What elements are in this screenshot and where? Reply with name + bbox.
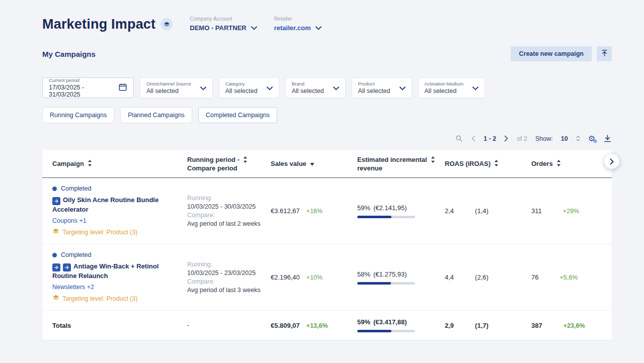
column-header-running-period[interactable]: Running period - Compare period: [187, 155, 271, 172]
status-badge: Completed: [61, 185, 91, 192]
campaign-status-tabs: Running Campaigns Planned Campaigns Comp…: [42, 107, 612, 123]
media-link[interactable]: Coupons +1: [52, 217, 177, 224]
sort-icon: [556, 160, 561, 168]
tab-completed-campaigns[interactable]: Completed Campaigns: [198, 107, 277, 123]
campaign-cell: Completed Antiage Win-Back + Retinol Rou…: [52, 251, 187, 303]
sales-delta: +10%: [306, 274, 323, 281]
sales-value-cell: €2.196,40 +10%: [271, 274, 357, 281]
incremental-revenue-cell: 58% (€1.275,93): [357, 270, 445, 285]
totals-incremental-cell: 59% (€3.417,88): [357, 318, 445, 332]
filter-value: All selected: [425, 87, 464, 95]
media-link[interactable]: Newsletters +2: [52, 284, 177, 291]
targeting-level: Targeting level: Product (3): [62, 295, 137, 302]
filter-omnichannel-source[interactable]: Omnichannel Source All selected: [140, 77, 213, 98]
sales-delta: +16%: [306, 208, 323, 215]
orders-delta: +29%: [563, 208, 579, 215]
filter-product[interactable]: Product All selected: [352, 77, 412, 98]
status-badge: Completed: [61, 251, 91, 258]
upload-icon: [601, 49, 608, 58]
retailer-value: retailer.com: [274, 24, 311, 32]
column-header-orders[interactable]: Orders: [531, 160, 602, 168]
table-header-row: Campaign Running period - Compare period…: [42, 150, 612, 178]
incremental-value: (€2.141,95): [373, 204, 407, 212]
roas-cell: 2,4 (1,4): [445, 207, 531, 215]
incremental-pct: 59%: [357, 204, 370, 212]
table-row[interactable]: Completed Antiage Win-Back + Retinol Rou…: [42, 244, 612, 311]
layers-badge-icon: [160, 18, 173, 30]
create-campaign-button[interactable]: Create new campaign: [511, 46, 592, 61]
chevron-down-icon: [472, 83, 478, 93]
chevron-down-icon: [251, 23, 257, 32]
filter-label: Current period: [49, 77, 109, 83]
filter-value: All selected: [146, 87, 191, 95]
tab-planned-campaigns[interactable]: Planned Campaigns: [120, 107, 192, 123]
roas-cell: 4,4 (2,6): [445, 274, 531, 281]
column-settings-gear-icon[interactable]: ⚙⚙: [588, 135, 595, 143]
page-size-stepper[interactable]: [576, 136, 580, 141]
pagination-prev-icon[interactable]: [471, 135, 475, 142]
sales-value-cell: €3.612,67 +16%: [271, 207, 357, 215]
retailer-selector[interactable]: Retailer retailer.com: [274, 16, 321, 32]
roas-value: 2,9: [445, 322, 454, 329]
incremental-value: (€1.275,93): [373, 270, 407, 278]
page-size-value[interactable]: 10: [561, 135, 568, 142]
orders-value: 311: [531, 207, 542, 215]
orders-value: 387: [531, 322, 542, 329]
chevron-down-icon: [267, 83, 273, 93]
chevron-down-icon: [200, 83, 206, 93]
company-account-selector[interactable]: Company Account DEMO - PARTNER: [190, 16, 257, 32]
column-header-incremental-revenue[interactable]: Estimated incremental revenue: [357, 155, 445, 172]
table-row[interactable]: Completed Oily Skin Acne Routine Bundle …: [42, 178, 612, 244]
chevron-down-icon: [399, 83, 406, 93]
filter-label: Product: [358, 81, 390, 86]
table-controls: 1 - 2 of 2 Show: 10 ⚙⚙: [42, 134, 612, 143]
period-cell: Running: 10/03/2025 - 30/03/2025 Compare…: [187, 194, 271, 228]
filter-activation-medium[interactable]: Activation Medium All selected: [418, 77, 486, 98]
column-header-sales-value[interactable]: Sales value: [271, 160, 357, 167]
iroas-value: (1,4): [475, 207, 489, 215]
campaign-name[interactable]: Oily Skin Acne Routine Bundle Accelerato…: [52, 196, 177, 214]
filter-category[interactable]: Category All selected: [219, 77, 279, 98]
sales-value: €3.612,67: [271, 207, 300, 215]
totals-roas-cell: 2,9 (1,7): [445, 322, 531, 329]
incremental-progress-bar: [357, 216, 415, 218]
column-header-campaign[interactable]: Campaign: [52, 160, 187, 168]
section-title: My Campaigns: [42, 50, 96, 58]
search-icon[interactable]: [455, 135, 463, 142]
company-account-label: Company Account: [190, 16, 257, 22]
coupon-channel-icon: [52, 197, 60, 205]
sort-icon: [243, 156, 248, 164]
pagination-total: of 2: [517, 135, 527, 142]
filter-brand[interactable]: Brand All selected: [285, 77, 346, 98]
sort-icon: [494, 160, 499, 168]
layers-icon: [52, 228, 59, 237]
download-icon[interactable]: [603, 134, 612, 143]
iroas-value: (1,7): [475, 322, 489, 329]
sales-delta: +13,6%: [306, 322, 328, 329]
filter-current-period[interactable]: Current period 17/03/2025 - 31/03/2025: [42, 77, 134, 98]
totals-sales-cell: €5.809,07 +13,6%: [271, 322, 357, 329]
pagination-range: 1 - 2: [484, 135, 496, 142]
campaign-name[interactable]: Antiage Win-Back + Retinol Routine Relau…: [52, 262, 177, 280]
sales-value: €5.809,07: [271, 322, 300, 329]
company-account-value: DEMO - PARTNER: [190, 24, 246, 32]
tab-running-campaigns[interactable]: Running Campaigns: [42, 107, 114, 123]
totals-row: Totals - €5.809,07 +13,6% 59% (€3.417,88…: [42, 311, 612, 340]
sort-desc-icon: [310, 160, 314, 167]
top-header: Marketing Impact Company Account DEMO - …: [42, 0, 612, 32]
layers-icon: [52, 294, 59, 303]
roas-value: 2,4: [445, 207, 454, 215]
column-header-roas[interactable]: ROAS (iROAS): [445, 160, 531, 168]
campaigns-table: Campaign Running period - Compare period…: [42, 150, 612, 340]
filter-label: Brand: [292, 81, 324, 86]
chevron-down-icon: [315, 23, 321, 32]
iroas-value: (2,6): [475, 274, 489, 281]
incremental-value: (€3.417,88): [373, 318, 407, 326]
table-scroll-right-button[interactable]: [604, 154, 619, 169]
newsletter-channel-icon: [52, 263, 60, 271]
upload-button[interactable]: [597, 46, 612, 61]
filter-value: 17/03/2025 - 31/03/2025: [49, 84, 109, 98]
incremental-pct: 59%: [357, 318, 370, 326]
incremental-progress-bar: [357, 282, 415, 285]
pagination-next-icon[interactable]: [504, 135, 509, 142]
